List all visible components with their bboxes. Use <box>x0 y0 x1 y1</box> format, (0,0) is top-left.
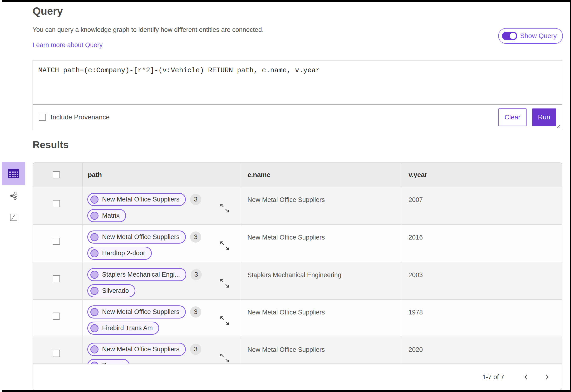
node-circle-icon <box>90 212 99 220</box>
entity-pill[interactable]: Hardtop 2-door <box>87 247 152 260</box>
row-checkbox[interactable] <box>53 275 60 282</box>
graph-icon <box>9 192 18 200</box>
graph-view-button[interactable] <box>2 189 25 202</box>
pill-label: New Metal Office Suppliers <box>102 233 179 241</box>
table-row: New Metal Office Suppliers 3 Hardtop 2-d… <box>33 225 562 262</box>
path-count-badge: 3 <box>190 306 201 318</box>
select-all-checkbox[interactable] <box>53 171 60 178</box>
clear-button[interactable]: Clear <box>499 109 527 126</box>
chevron-right-icon <box>544 373 550 381</box>
screenshot-frame-top <box>2 0 571 2</box>
pill-label: New Metal Office Suppliers <box>102 308 179 316</box>
expand-icon[interactable] <box>219 353 230 363</box>
page-description: You can query a knowledge graph to ident… <box>33 26 264 34</box>
toggle-switch-icon[interactable] <box>502 32 517 40</box>
expand-icon[interactable] <box>219 240 230 251</box>
node-circle-icon <box>90 249 99 257</box>
pill-label: Ranger <box>102 362 123 364</box>
node-circle-icon <box>90 324 99 332</box>
entity-pill[interactable]: New Metal Office Suppliers <box>87 343 186 356</box>
include-provenance-label: Include Provenance <box>51 113 110 121</box>
table-row: New Metal Office Suppliers 3 Matrix <box>33 187 562 225</box>
node-circle-icon <box>90 287 99 295</box>
pagination-bar: 1-7 of 7 <box>33 364 562 390</box>
row-checkbox[interactable] <box>53 350 60 357</box>
entity-pill[interactable]: Firebird Trans Am <box>87 322 159 335</box>
column-header-vyear: v.year <box>401 163 562 187</box>
map-view-button[interactable] <box>2 211 25 224</box>
cell-cname: New Metal Office Suppliers <box>240 337 401 364</box>
entity-pill[interactable]: Ranger <box>87 359 130 364</box>
screenshot-frame-right <box>570 0 571 392</box>
chevron-left-icon <box>523 373 529 381</box>
column-header-path: path <box>83 163 240 187</box>
pill-label: Firebird Trans Am <box>102 324 153 332</box>
entity-pill[interactable]: New Metal Office Suppliers <box>87 305 186 319</box>
path-count-badge: 3 <box>190 194 201 205</box>
pill-label: Silverado <box>102 287 129 294</box>
include-provenance-checkbox[interactable] <box>39 114 46 121</box>
table-header-row: path c.name v.year <box>33 163 562 187</box>
pill-label: Hardtop 2-door <box>102 250 145 257</box>
node-circle-icon <box>90 362 99 364</box>
cell-vyear: 2003 <box>401 262 562 299</box>
resize-grip-icon[interactable] <box>555 123 561 129</box>
pill-label: New Metal Office Suppliers <box>102 346 179 353</box>
entity-pill[interactable]: Matrix <box>87 209 126 222</box>
path-count-badge: 3 <box>190 344 201 355</box>
run-button[interactable]: Run <box>532 109 556 126</box>
path-count-badge: 3 <box>191 269 202 280</box>
cell-cname: New Metal Office Suppliers <box>240 300 401 336</box>
row-checkbox[interactable] <box>53 200 60 207</box>
cell-cname: Staplers Mechanical Engineering <box>240 262 401 299</box>
query-panel: MATCH path=(c:Company)-[r*2]-(v:Vehicle)… <box>33 60 562 130</box>
pill-label: Staplers Mechanical Engi... <box>102 271 180 278</box>
table-body: New Metal Office Suppliers 3 Matrix <box>33 187 562 364</box>
cell-vyear: 1978 <box>401 300 562 336</box>
show-query-toggle[interactable]: Show Query <box>498 28 563 44</box>
cell-vyear: 2007 <box>401 187 562 224</box>
table-icon <box>8 169 19 178</box>
entity-pill[interactable]: Staplers Mechanical Engi... <box>87 268 186 281</box>
toggle-knob <box>509 32 517 40</box>
entity-pill[interactable]: New Metal Office Suppliers <box>87 193 186 206</box>
table-row: New Metal Office Suppliers 3 Firebird Tr… <box>33 300 562 337</box>
table-row: New Metal Office Suppliers 3 Ranger <box>33 337 562 364</box>
query-footer: Include Provenance Clear Run <box>33 105 562 130</box>
cell-cname: New Metal Office Suppliers <box>240 225 401 262</box>
show-query-label: Show Query <box>520 32 557 40</box>
learn-more-link[interactable]: Learn more about Query <box>33 42 102 49</box>
node-circle-icon <box>90 271 99 279</box>
results-title: Results <box>33 139 69 151</box>
node-circle-icon <box>90 233 99 241</box>
entity-pill[interactable]: Silverado <box>87 284 135 297</box>
page-title: Query <box>33 5 63 17</box>
node-circle-icon <box>90 345 99 353</box>
results-table: path c.name v.year New Metal Office Supp… <box>33 162 562 390</box>
screenshot-frame-bottom <box>2 390 571 392</box>
pill-label: New Metal Office Suppliers <box>102 196 179 203</box>
expand-icon[interactable] <box>219 203 230 213</box>
cell-vyear: 2016 <box>401 225 562 262</box>
query-page: Query You can query a knowledge graph to… <box>0 0 571 392</box>
cell-cname: New Metal Office Suppliers <box>240 187 401 224</box>
row-checkbox[interactable] <box>53 313 60 320</box>
table-row: Staplers Mechanical Engi... 3 Silverado <box>33 262 562 300</box>
expand-icon[interactable] <box>219 315 230 326</box>
column-header-cname: c.name <box>240 163 401 187</box>
path-count-badge: 3 <box>190 231 201 243</box>
node-circle-icon <box>90 196 99 204</box>
node-circle-icon <box>90 308 99 316</box>
map-icon <box>10 213 18 222</box>
previous-page-button[interactable] <box>521 372 531 382</box>
row-checkbox[interactable] <box>53 238 60 245</box>
entity-pill[interactable]: New Metal Office Suppliers <box>87 230 186 244</box>
table-view-button[interactable] <box>2 162 25 185</box>
pill-label: Matrix <box>102 212 120 219</box>
expand-icon[interactable] <box>219 278 230 289</box>
next-page-button[interactable] <box>542 372 552 382</box>
cell-vyear: 2020 <box>401 337 562 364</box>
pagination-label: 1-7 of 7 <box>482 373 504 381</box>
query-editor[interactable]: MATCH path=(c:Company)-[r*2]-(v:Vehicle)… <box>33 60 562 105</box>
